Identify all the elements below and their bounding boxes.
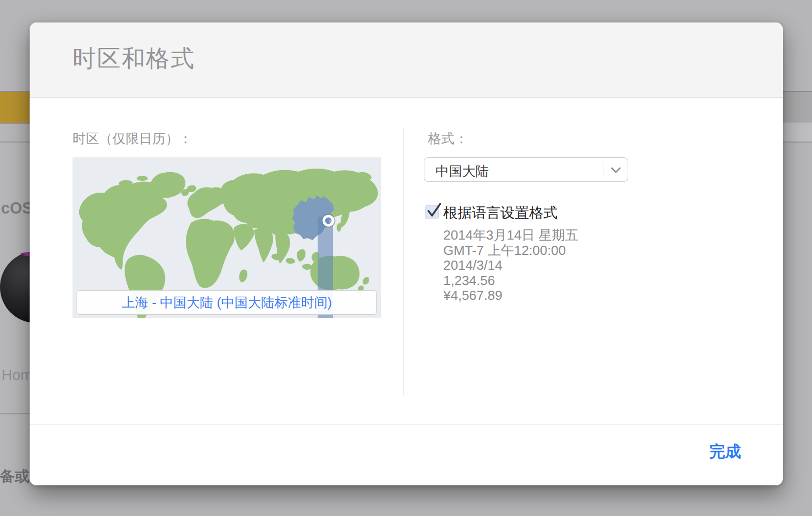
done-button[interactable]: 完成: [706, 440, 744, 463]
background-device-text: 备或: [0, 466, 30, 487]
background-divider: [0, 413, 30, 414]
dialog-footer: 完成: [30, 425, 783, 485]
region-format-select[interactable]: 中国大陆: [424, 157, 628, 182]
background-banner: [0, 91, 30, 124]
timezone-format-dialog: 时区和格式 时区（仅限日历）：: [30, 22, 783, 485]
region-format-value: 中国大陆: [436, 162, 489, 180]
format-section-label: 格式：: [428, 130, 468, 148]
sample-currency: ¥4,567.89: [443, 288, 578, 303]
dialog-title: 时区和格式: [73, 43, 195, 75]
chevron-down-icon: [610, 167, 622, 174]
timezone-world-map[interactable]: 上海 - 中国大陆 (中国大陆标准时间): [73, 157, 381, 318]
sample-date-short: 2014/3/14: [443, 258, 578, 273]
background-band-right: [783, 91, 812, 124]
background-macos-text: cOS: [1, 199, 33, 218]
dialog-header: 时区和格式: [30, 22, 783, 98]
format-language-label[interactable]: 根据语言设置格式: [443, 203, 558, 223]
column-divider: [403, 128, 404, 396]
screen: cOS Hom 备或 时区和格式 时区（仅限日历）：: [0, 0, 812, 516]
format-samples: 2014年3月14日 星期五 GMT-7 上午12:00:00 2014/3/1…: [443, 228, 578, 303]
sample-time: GMT-7 上午12:00:00: [443, 243, 578, 259]
format-language-checkbox[interactable]: [425, 205, 439, 219]
select-separator: [604, 161, 604, 178]
timezone-search-field[interactable]: 上海 - 中国大陆 (中国大陆标准时间): [77, 290, 377, 315]
timezone-section-label: 时区（仅限日历）：: [73, 130, 192, 148]
sample-date-long: 2014年3月14日 星期五: [443, 228, 578, 243]
background-band-right-sub: [783, 123, 812, 143]
background-divider: [0, 142, 30, 143]
sample-number: 1,234.56: [443, 273, 578, 289]
background-home-text: Hom: [2, 367, 33, 384]
